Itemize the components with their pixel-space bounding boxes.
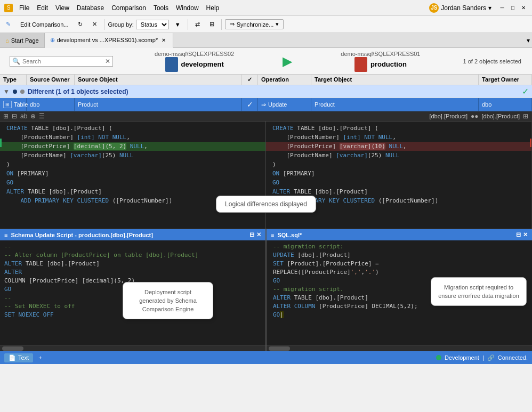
col-target-owner: Target Owner	[479, 75, 532, 85]
edit-comparison-button[interactable]: Edit Comparison...	[17, 20, 72, 29]
source-env-label: development	[181, 60, 224, 68]
edit-comparison-icon: ✎	[2, 19, 14, 29]
menu-help[interactable]: Help	[203, 3, 223, 13]
target-db-icon	[354, 57, 367, 72]
group-by-label: Group by:	[108, 21, 133, 28]
user-name: Jordan Sanders	[441, 4, 486, 12]
sql-panel-header: ≡ SQL.sql* ⊟ ✕	[267, 229, 532, 240]
sql-panel-controls[interactable]: ⊟ ✕	[516, 231, 528, 238]
group-expand-icon[interactable]: ▼	[3, 88, 10, 95]
schema-panel-icon: ≡	[4, 232, 7, 238]
text-tab-icon: 📄	[9, 354, 16, 361]
schema-panel-close[interactable]: ✕	[256, 231, 261, 238]
window-controls[interactable]: ─ □ ✕	[498, 4, 528, 12]
diff-indicator-left	[0, 139, 2, 147]
group-check[interactable]: ✓	[522, 86, 529, 96]
table-header: Type Source Owner Source Object ✓ Operat…	[0, 75, 532, 85]
sql-panel-restore[interactable]: ⊟	[516, 231, 521, 238]
right-code-line-10: ADD PRIMARY KEY CLUSTERED ([ProductNumbe…	[266, 196, 531, 205]
code-line-9: ALTER TABLE [dbo].[Product]	[0, 187, 265, 196]
fit-button[interactable]: ⊞	[206, 19, 218, 29]
schema-panel-restore[interactable]: ⊟	[249, 231, 254, 238]
menu-bar[interactable]: File Edit View Database Comparison Tools…	[16, 3, 222, 13]
cell-operation: ⇒ Update	[258, 98, 311, 111]
maximize-button[interactable]: □	[509, 4, 517, 12]
left-toolbar-btn-2[interactable]: ⊟	[12, 112, 17, 120]
refresh-button[interactable]: ↻	[74, 19, 86, 29]
search-input[interactable]	[22, 58, 105, 64]
sql-panel-close[interactable]: ✕	[523, 231, 528, 238]
text-tab[interactable]: 📄 Text	[4, 353, 33, 362]
menu-database[interactable]: Database	[74, 3, 107, 13]
close-comparison-button[interactable]: ✕	[88, 19, 101, 29]
object-group-row[interactable]: ▼ Different (1 of 1 objects selected) ✓	[0, 85, 532, 98]
add-tab-button[interactable]: +	[35, 354, 45, 361]
title-bar-left: S File Edit View Database Comparison Too…	[4, 3, 222, 13]
left-toolbar-btn-4[interactable]: ⊕	[30, 112, 36, 120]
cell-type: ⊞ Table	[0, 98, 27, 111]
left-code-toolbar: ⊞ ⊟ ab ⊕ ☰ [dbo].[Product] ●● [dbo].[Pro…	[0, 111, 531, 122]
right-code-line-4: [ProductName] [varchar](25) NULL	[266, 151, 531, 160]
right-code-line-6: ON [PRIMARY]	[266, 169, 531, 178]
right-code-lines: CREATE TABLE [dbo].[Product] ( [ProductN…	[266, 122, 531, 229]
code-line-7: GO	[0, 178, 265, 187]
tab-comparison[interactable]: ⊕ development vs ...XPRESS01).scomp* ✕	[45, 33, 174, 48]
col-check[interactable]: ✓	[242, 75, 258, 85]
search-clear-button[interactable]: ✕	[105, 58, 110, 65]
left-toolbar-btn-1[interactable]: ⊞	[3, 112, 9, 120]
code-line-3-left: [ProductPrice] [decimal](5, 2) NULL,	[0, 142, 265, 151]
swap-button[interactable]: ⇄	[191, 19, 204, 29]
user-chevron-icon[interactable]: ▾	[488, 4, 491, 12]
migration-line-11: GO|	[273, 311, 528, 319]
main-toolbar: ✎ Edit Comparison... ↻ ✕ Group by: Statu…	[0, 16, 532, 33]
menu-tools[interactable]: Tools	[150, 3, 172, 13]
right-code-line-5: )	[266, 160, 531, 169]
group-by-select[interactable]: Status	[136, 20, 169, 29]
col-source-owner: Source Owner	[27, 75, 75, 85]
synchronize-button[interactable]: ⇒ Synchronize... ▾	[225, 19, 284, 29]
tab-start-page[interactable]: ⌂ Start Page	[0, 33, 45, 47]
sync-chevron-icon: ▾	[276, 21, 279, 28]
cell-source-object: Product	[75, 98, 242, 111]
comparison-icon: ⊕	[50, 37, 55, 44]
source-db-icon	[165, 57, 178, 72]
left-toolbar-btn-3[interactable]: ab	[20, 112, 27, 120]
right-hscroll[interactable]	[267, 345, 532, 351]
menu-edit[interactable]: Edit	[34, 3, 51, 13]
code-line-4: [ProductName] [varchar](25) NULL	[0, 151, 265, 160]
sql-line-4: ALTER TABLE [dbo].[Product]	[4, 260, 261, 268]
search-icon: 🔍	[12, 58, 20, 65]
table-row[interactable]: ⊞ Table dbo Product ✓ ⇒ Update Product d…	[0, 98, 532, 111]
tab-close-button[interactable]: ✕	[160, 37, 167, 44]
close-button[interactable]: ✕	[519, 4, 528, 12]
source-server-name: demo-mssql\SQLEXPRESS02	[155, 51, 234, 57]
cell-check[interactable]: ✓	[242, 98, 258, 111]
toolbar-sep-2	[188, 19, 188, 30]
tab-overflow-button[interactable]: ▾	[525, 33, 532, 47]
left-toolbar-btn-5[interactable]: ☰	[39, 112, 45, 120]
row-check-icon: ✓	[247, 100, 253, 109]
migration-line-3: SET [Product].[ProductPrice] =	[273, 260, 528, 268]
right-hscroll-thumb[interactable]	[269, 346, 290, 351]
tab-bar: ⌂ Start Page ⊕ development vs ...XPRESS0…	[0, 33, 532, 48]
menu-comparison[interactable]: Comparison	[108, 3, 149, 13]
left-code-label: [dbo].[Product]	[429, 113, 467, 119]
migration-bubble: Migration script required to ensure erro…	[431, 277, 527, 306]
left-hscroll-thumb[interactable]	[2, 346, 23, 351]
col-type: Type	[0, 75, 27, 85]
migration-line-4: REPLACE([ProductPrice]',','.')	[273, 268, 528, 277]
tab-end	[173, 33, 525, 47]
sync-label: Synchronize...	[237, 21, 274, 28]
cell-target-object: Product	[311, 98, 479, 111]
schema-panel-controls[interactable]: ⊟ ✕	[249, 231, 261, 238]
right-toolbar-maximize[interactable]: ⊞	[523, 112, 528, 120]
menu-file[interactable]: File	[16, 3, 33, 13]
minimize-button[interactable]: ─	[498, 4, 506, 12]
schema-update-header: ≡ Schema Update Script - production.[dbo…	[0, 229, 265, 240]
filter-button[interactable]: ▼	[171, 20, 184, 29]
menu-view[interactable]: View	[52, 3, 72, 13]
left-hscroll[interactable]	[0, 345, 265, 351]
right-code-line-3: [ProductPrice] [varchar](10) NULL,	[266, 142, 531, 151]
schema-panel-title: Schema Update Script - production.[dbo].…	[11, 232, 152, 238]
menu-window[interactable]: Window	[173, 3, 202, 13]
